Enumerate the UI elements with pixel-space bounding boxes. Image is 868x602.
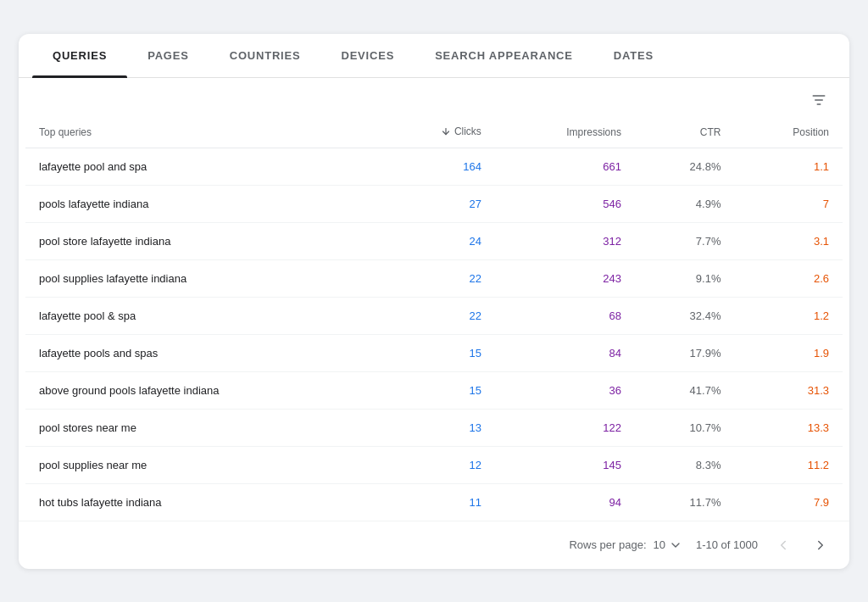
table-row: pool supplies lafayette indiana 22 243 9… (25, 259, 843, 297)
cell-position: 1.9 (734, 334, 843, 371)
cell-query: lafayette pools and spas (25, 334, 379, 371)
cell-clicks: 15 (379, 371, 495, 409)
header-impressions: Impressions (495, 117, 635, 148)
table-row: pool supplies near me 12 145 8.3% 11.2 (25, 446, 843, 483)
cell-query: pool store lafayette indiana (25, 222, 379, 259)
cell-impressions: 122 (495, 409, 635, 446)
cell-query: above ground pools lafayette indiana (25, 371, 379, 409)
cell-clicks: 13 (379, 409, 495, 446)
cell-position: 7 (734, 185, 843, 222)
cell-query: pool stores near me (25, 409, 379, 446)
header-ctr: CTR (635, 117, 735, 148)
table-row: hot tubs lafayette indiana 11 94 11.7% 7… (25, 483, 843, 521)
cell-clicks: 12 (379, 446, 495, 483)
cell-ctr: 4.9% (635, 185, 735, 222)
filter-icon[interactable] (805, 86, 832, 114)
cell-impressions: 145 (495, 446, 635, 483)
cell-clicks: 27 (379, 185, 495, 222)
tab-countries[interactable]: COUNTRIES (209, 34, 321, 77)
cell-clicks: 11 (379, 483, 495, 521)
table-row: pool stores near me 13 122 10.7% 13.3 (25, 409, 843, 446)
cell-ctr: 11.7% (635, 483, 735, 521)
tab-devices[interactable]: DEVICES (320, 34, 415, 77)
data-table: Top queries Clicks Impressions CTR Posit… (25, 117, 843, 521)
cell-impressions: 243 (495, 259, 635, 297)
header-query: Top queries (25, 117, 379, 148)
cell-ctr: 10.7% (635, 409, 735, 446)
cell-position: 1.1 (734, 148, 843, 185)
cell-query: pool supplies lafayette indiana (25, 259, 379, 297)
rows-per-page-value: 10 (654, 538, 665, 551)
cell-clicks: 15 (379, 334, 495, 371)
table-row: lafayette pools and spas 15 84 17.9% 1.9 (25, 334, 843, 371)
cell-clicks: 164 (379, 148, 495, 185)
cell-ctr: 9.1% (635, 259, 735, 297)
cell-ctr: 32.4% (635, 297, 735, 334)
cell-position: 31.3 (734, 371, 843, 409)
cell-position: 3.1 (734, 222, 843, 259)
rows-per-page-label: Rows per page: (569, 538, 646, 551)
cell-clicks: 22 (379, 259, 495, 297)
cell-clicks: 22 (379, 297, 495, 334)
cell-impressions: 94 (495, 483, 635, 521)
cell-position: 7.9 (734, 483, 843, 521)
cell-query: pools lafayette indiana (25, 185, 379, 222)
tab-queries[interactable]: QUERIES (32, 34, 127, 77)
cell-position: 1.2 (734, 297, 843, 334)
tabs-bar: QUERIES PAGES COUNTRIES DEVICES SEARCH A… (19, 34, 849, 78)
tab-search-appearance[interactable]: SEARCH APPEARANCE (415, 34, 593, 77)
cell-ctr: 24.8% (635, 148, 735, 185)
rows-per-page-select[interactable]: 10 (654, 538, 682, 552)
cell-query: lafayette pool & spa (25, 297, 379, 334)
tab-dates[interactable]: DATES (593, 34, 674, 77)
cell-query: hot tubs lafayette indiana (25, 483, 379, 521)
pagination-bar: Rows per page: 10 1-10 of 1000 (19, 521, 849, 569)
cell-impressions: 36 (495, 371, 635, 409)
rows-per-page: Rows per page: 10 (569, 538, 682, 552)
cell-impressions: 312 (495, 222, 635, 259)
main-card: QUERIES PAGES COUNTRIES DEVICES SEARCH A… (19, 34, 849, 569)
cell-impressions: 661 (495, 148, 635, 185)
cell-ctr: 41.7% (635, 371, 735, 409)
cell-query: pool supplies near me (25, 446, 379, 483)
cell-impressions: 68 (495, 297, 635, 334)
table-header-row: Top queries Clicks Impressions CTR Posit… (25, 117, 843, 148)
cell-clicks: 24 (379, 222, 495, 259)
table-row: pool store lafayette indiana 24 312 7.7%… (25, 222, 843, 259)
table-row: above ground pools lafayette indiana 15 … (25, 371, 843, 409)
cell-query: lafayette pool and spa (25, 148, 379, 185)
table-row: pools lafayette indiana 27 546 4.9% 7 (25, 185, 843, 222)
cell-ctr: 17.9% (635, 334, 735, 371)
tab-pages[interactable]: PAGES (127, 34, 209, 77)
cell-ctr: 8.3% (635, 446, 735, 483)
cell-ctr: 7.7% (635, 222, 735, 259)
page-info: 1-10 of 1000 (696, 538, 758, 551)
cell-impressions: 84 (495, 334, 635, 371)
next-page-button[interactable] (809, 533, 832, 557)
cell-impressions: 546 (495, 185, 635, 222)
table-wrapper: Top queries Clicks Impressions CTR Posit… (19, 117, 849, 521)
cell-position: 2.6 (734, 259, 843, 297)
filter-row (19, 78, 849, 117)
cell-position: 11.2 (734, 446, 843, 483)
table-body: lafayette pool and spa 164 661 24.8% 1.1… (25, 148, 843, 521)
table-row: lafayette pool and spa 164 661 24.8% 1.1 (25, 148, 843, 185)
header-clicks[interactable]: Clicks (379, 117, 495, 148)
header-position: Position (734, 117, 843, 148)
cell-position: 13.3 (734, 409, 843, 446)
table-row: lafayette pool & spa 22 68 32.4% 1.2 (25, 297, 843, 334)
prev-page-button[interactable] (771, 533, 795, 557)
